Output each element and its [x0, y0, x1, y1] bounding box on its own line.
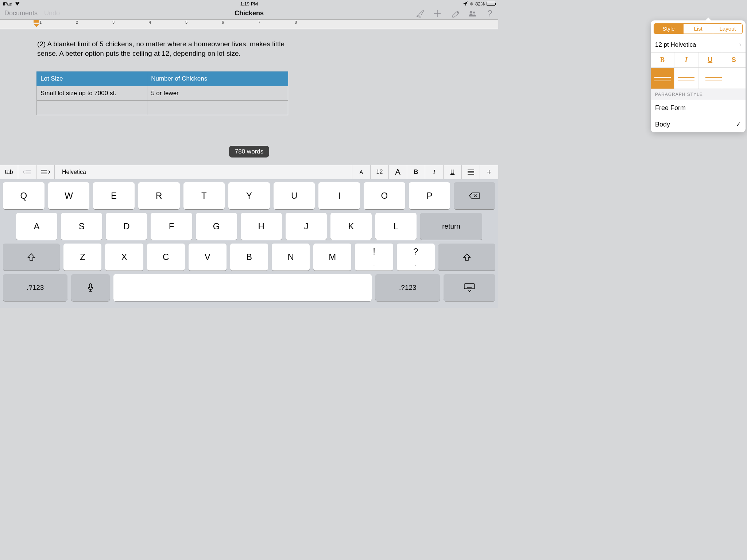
doc-title: Chickens	[167, 9, 330, 17]
ruler-mark: 8	[295, 20, 297, 24]
backspace-key[interactable]	[454, 182, 495, 209]
key-d[interactable]: D	[106, 213, 147, 240]
key-c[interactable]: C	[147, 244, 185, 271]
documents-button[interactable]: Documents	[4, 9, 38, 17]
key-comma[interactable]: !,	[355, 244, 393, 271]
add-icon[interactable]	[433, 9, 441, 18]
status-bar: iPad 1:19 PM ✱ 82%	[0, 0, 498, 7]
shift-key-right[interactable]	[438, 244, 495, 271]
tab-key-button[interactable]: tab	[0, 165, 18, 179]
table-row[interactable]	[37, 101, 288, 115]
ruler-mark: 6	[222, 20, 224, 24]
key-s[interactable]: S	[61, 213, 102, 240]
table-cell[interactable]: 5 or fewer	[147, 86, 288, 101]
align-button[interactable]	[462, 165, 480, 179]
svg-point-2	[470, 11, 472, 13]
key-b[interactable]: B	[230, 244, 268, 271]
paragraph[interactable]: (2) A blanket limit of 5 chickens, no ma…	[37, 39, 289, 58]
key-g[interactable]: G	[196, 213, 237, 240]
format-brush-icon[interactable]	[416, 9, 424, 18]
wifi-icon	[15, 1, 20, 6]
share-collab-icon[interactable]	[468, 9, 476, 18]
dismiss-keyboard-key[interactable]	[444, 274, 495, 301]
add-button[interactable]: +	[480, 165, 498, 179]
spacebar[interactable]	[113, 274, 372, 301]
keyboard-toolbar: tab Helvetica A 12 A B I U +	[0, 165, 498, 179]
dictation-key[interactable]	[71, 274, 110, 301]
key-v[interactable]: V	[189, 244, 227, 271]
app-toolbar: Documents Undo Chickens ?	[0, 7, 498, 20]
wrench-icon[interactable]	[451, 9, 459, 18]
table-cell[interactable]	[37, 101, 147, 115]
key-k[interactable]: K	[330, 213, 372, 240]
key-x[interactable]: X	[105, 244, 143, 271]
table-header[interactable]: Lot Size	[37, 72, 147, 86]
key-w[interactable]: W	[48, 182, 90, 209]
help-icon[interactable]: ?	[486, 9, 494, 18]
italic-button[interactable]: I	[425, 165, 444, 179]
indent-marker-first-line[interactable]	[34, 20, 39, 23]
table-cell[interactable]: Small lot size up to 7000 sf.	[37, 86, 147, 101]
key-e[interactable]: E	[93, 182, 135, 209]
ruler-mark: 3	[112, 20, 115, 24]
document-area[interactable]: (2) A blanket limit of 5 chickens, no ma…	[0, 29, 498, 165]
indent-button[interactable]	[36, 165, 55, 179]
key-period[interactable]: ?.	[397, 244, 435, 271]
return-key[interactable]: return	[420, 213, 482, 240]
ruler-mark: 2	[76, 20, 78, 24]
underline-button[interactable]: U	[444, 165, 462, 179]
key-y[interactable]: Y	[228, 182, 270, 209]
clock: 1:19 PM	[167, 1, 331, 7]
key-i[interactable]: I	[318, 182, 360, 209]
key-a[interactable]: A	[16, 213, 57, 240]
ruler-mark: 4	[149, 20, 151, 24]
word-count-badge[interactable]: 780 words	[229, 146, 269, 158]
bold-button[interactable]: B	[407, 165, 425, 179]
key-m[interactable]: M	[313, 244, 351, 271]
bluetooth-icon: ✱	[469, 1, 473, 7]
numbers-key-left[interactable]: .?123	[3, 274, 67, 301]
svg-point-3	[473, 11, 475, 13]
location-icon	[463, 1, 468, 6]
table-row[interactable]: Small lot size up to 7000 sf. 5 or fewer	[37, 86, 288, 101]
key-t[interactable]: T	[183, 182, 225, 209]
key-u[interactable]: U	[274, 182, 315, 209]
font-size-value[interactable]: 12	[371, 165, 389, 179]
ruler-mark: 7	[258, 20, 260, 24]
svg-rect-19	[464, 284, 475, 289]
table-header[interactable]: Number of Chickens	[147, 72, 288, 86]
key-j[interactable]: J	[286, 213, 327, 240]
table-cell[interactable]	[147, 101, 288, 115]
ruler-mark: 1	[39, 20, 42, 24]
font-name-field[interactable]: Helvetica	[55, 165, 352, 179]
numbers-key-right[interactable]: .?123	[375, 274, 440, 301]
document-table[interactable]: Lot Size Number of Chickens Small lot si…	[36, 71, 288, 115]
key-r[interactable]: R	[138, 182, 180, 209]
font-size-decrease[interactable]: A	[352, 165, 371, 179]
ruler[interactable]: 1 2 3 4 5 6 7 8	[0, 20, 498, 29]
shift-key-left[interactable]	[3, 244, 60, 271]
battery-pct: 82%	[475, 1, 485, 7]
key-z[interactable]: Z	[63, 244, 101, 271]
key-p[interactable]: P	[409, 182, 450, 209]
key-q[interactable]: Q	[3, 182, 44, 209]
key-h[interactable]: H	[241, 213, 282, 240]
key-l[interactable]: L	[375, 213, 417, 240]
key-f[interactable]: F	[151, 213, 192, 240]
indent-marker-left[interactable]	[34, 24, 39, 27]
device-label: iPad	[3, 1, 12, 7]
font-size-increase[interactable]: A	[389, 165, 407, 179]
battery-icon	[487, 2, 495, 6]
on-screen-keyboard: Q W E R T Y U I O P A S D F G H J K L re…	[0, 179, 498, 308]
ruler-mark: 5	[185, 20, 187, 24]
svg-rect-16	[89, 284, 92, 288]
key-n[interactable]: N	[272, 244, 310, 271]
outdent-button[interactable]	[18, 165, 36, 179]
key-o[interactable]: O	[364, 182, 405, 209]
undo-button[interactable]: Undo	[44, 9, 60, 17]
